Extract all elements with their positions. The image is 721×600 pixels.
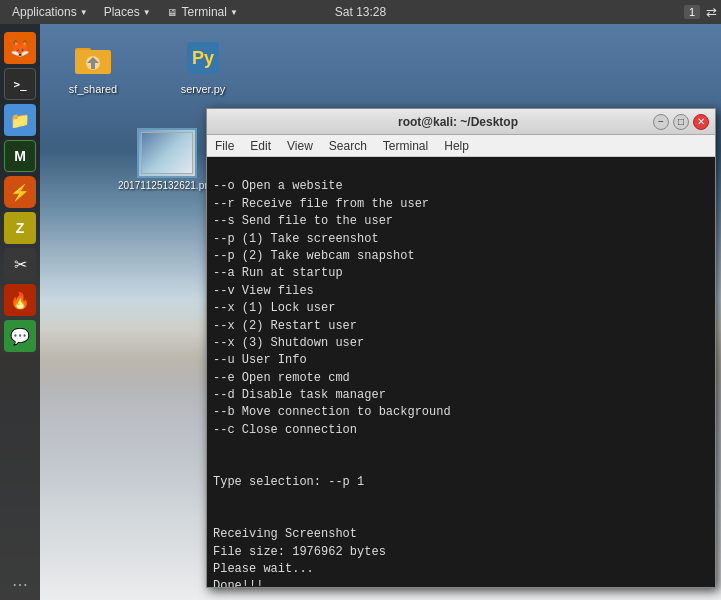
taskbar-terminal[interactable]: >_ [4, 68, 36, 100]
terminal-titlebar: root@kali: ~/Desktop − □ ✕ [207, 109, 715, 135]
taskbar-flash[interactable]: 🔥 [4, 284, 36, 316]
menu-help[interactable]: Help [440, 139, 473, 153]
terminal-line-5: --p (2) Take webcam snapshot [213, 249, 415, 263]
terminal-blank-1 [213, 458, 220, 472]
terminal-receiving: Receiving Screenshot [213, 527, 357, 541]
terminal-line-6: --a Run at startup [213, 266, 343, 280]
terminal-line-4: --p (1) Take screenshot [213, 232, 379, 246]
close-button[interactable]: ✕ [693, 114, 709, 130]
menu-file[interactable]: File [211, 139, 238, 153]
applications-label: Applications [12, 5, 77, 19]
folder-icon: 📁 [10, 111, 30, 130]
applications-arrow: ▼ [80, 8, 88, 17]
server-py-label: server.py [181, 83, 226, 95]
taskbar-zap[interactable]: Z [4, 212, 36, 244]
terminal-icon: 🖥 [167, 7, 177, 18]
terminal-line-3: --s Send file to the user [213, 214, 393, 228]
terminal-line-12: --e Open remote cmd [213, 371, 350, 385]
terminal-line-prompt1: Type selection: --p 1 [213, 475, 364, 489]
panel-right: 1 ⇄ [684, 5, 717, 20]
taskbar-chat[interactable]: 💬 [4, 320, 36, 352]
panel-network-icon: ⇄ [706, 5, 717, 20]
applications-menu[interactable]: Applications ▼ [4, 0, 96, 24]
left-taskbar: 🦊 >_ 📁 M ⚡ Z ✂ 🔥 💬 ⋯ [0, 24, 40, 600]
terminal-window: root@kali: ~/Desktop − □ ✕ File Edit Vie… [206, 108, 716, 588]
scissors-icon: ✂ [14, 255, 27, 274]
terminal-line-11: --u User Info [213, 353, 307, 367]
taskbar-folder[interactable]: 📁 [4, 104, 36, 136]
terminal-blank-2 [213, 510, 220, 524]
terminal-label: Terminal [182, 5, 227, 19]
taskbar-apps[interactable]: ⋯ [4, 568, 36, 600]
sf-shared-icon-img [71, 36, 115, 80]
taskbar-burp[interactable]: ⚡ [4, 176, 36, 208]
terminal-line-7: --v View files [213, 284, 314, 298]
terminal-controls: − □ ✕ [653, 114, 709, 130]
menu-view[interactable]: View [283, 139, 317, 153]
server-py-icon-img: Py [181, 36, 225, 80]
chat-icon: 💬 [10, 327, 30, 346]
terminal-line-13: --d Disable task manager [213, 388, 386, 402]
sf-shared-folder-svg [73, 38, 113, 78]
taskbar-scissors[interactable]: ✂ [4, 248, 36, 280]
places-menu[interactable]: Places ▼ [96, 0, 159, 24]
terminal-window-title: root@kali: ~/Desktop [263, 115, 653, 129]
panel-left: Applications ▼ Places ▼ 🖥 Terminal ▼ [4, 0, 246, 24]
terminal-arrow: ▼ [230, 8, 238, 17]
menu-edit[interactable]: Edit [246, 139, 275, 153]
terminal-line-8: --x (1) Lock user [213, 301, 335, 315]
places-arrow: ▼ [143, 8, 151, 17]
terminal-line-1: --o Open a website [213, 179, 343, 193]
svg-text:Py: Py [192, 48, 214, 68]
screenshot-thumb-img [137, 128, 197, 178]
top-panel: Applications ▼ Places ▼ 🖥 Terminal ▼ Sat… [0, 0, 721, 24]
terminal-line-10: --x (3) Shutdown user [213, 336, 364, 350]
terminal-line-9: --x (2) Restart user [213, 319, 357, 333]
terminal-filesize: File size: 1976962 bytes [213, 545, 386, 559]
terminal-line-15: --c Close connection [213, 423, 357, 437]
terminal-line-14: --b Move connection to background [213, 405, 451, 419]
taskbar-firefox[interactable]: 🦊 [4, 32, 36, 64]
menu-search[interactable]: Search [325, 139, 371, 153]
flash-icon: 🔥 [10, 291, 30, 310]
panel-clock: Sat 13:28 [335, 5, 386, 19]
screenshot-thumbnail[interactable]: 20171125132621.png [118, 128, 215, 191]
desktop: Applications ▼ Places ▼ 🖥 Terminal ▼ Sat… [0, 0, 721, 600]
terminal-body[interactable]: --o Open a website --r Receive file from… [207, 157, 715, 587]
places-label: Places [104, 5, 140, 19]
desktop-icon-server-py[interactable]: Py server.py [168, 36, 238, 95]
sf-shared-label: sf_shared [69, 83, 117, 95]
terminal-line-2: --r Receive file from the user [213, 197, 429, 211]
taskbar-maltego[interactable]: M [4, 140, 36, 172]
server-py-svg: Py [183, 38, 223, 78]
terminal-menubar: File Edit View Search Terminal Help [207, 135, 715, 157]
thumb-inner [139, 130, 195, 176]
maltego-icon: M [14, 148, 26, 164]
terminal-pleasewait: Please wait... [213, 562, 314, 576]
terminal-done: Done!!! [213, 579, 263, 587]
maximize-button[interactable]: □ [673, 114, 689, 130]
zap-icon: Z [16, 220, 25, 236]
terminal2-icon: >_ [13, 78, 26, 91]
workspace-badge[interactable]: 1 [684, 5, 700, 19]
desktop-icon-sf-shared[interactable]: sf_shared [58, 36, 128, 95]
terminal-menu[interactable]: 🖥 Terminal ▼ [159, 0, 246, 24]
firefox-icon: 🦊 [10, 39, 30, 58]
burp-icon: ⚡ [10, 183, 30, 202]
minimize-button[interactable]: − [653, 114, 669, 130]
apps-grid-icon: ⋯ [12, 575, 28, 594]
screenshot-thumb-label: 20171125132621.png [118, 180, 215, 191]
menu-terminal[interactable]: Terminal [379, 139, 432, 153]
